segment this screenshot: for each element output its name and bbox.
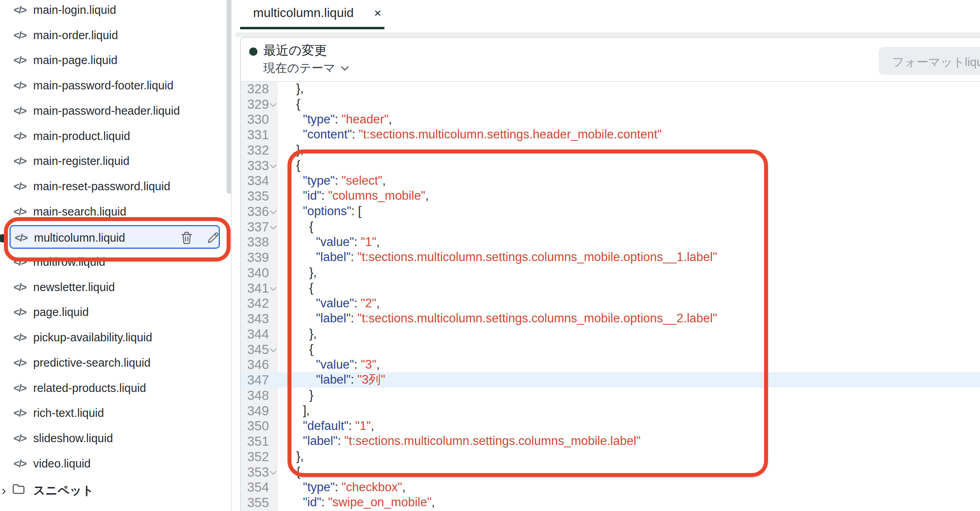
sidebar-item-newsletter[interactable]: </>newsletter.liquid bbox=[0, 274, 221, 300]
code-text[interactable]: "value": "1", bbox=[278, 235, 980, 250]
code-line[interactable]: 350"default": "1", bbox=[241, 418, 980, 434]
code-text[interactable]: } bbox=[278, 388, 980, 403]
line-number-cell: 339 bbox=[241, 250, 278, 265]
code-line[interactable]: 345{ bbox=[241, 342, 980, 357]
sidebar-item-rich-text[interactable]: </>rich-text.liquid bbox=[0, 400, 221, 426]
sidebar-item-label: pickup-availability.liquid bbox=[33, 331, 152, 344]
code-line[interactable]: 354"type": "checkbox", bbox=[241, 480, 980, 495]
code-text[interactable]: "options": [ bbox=[278, 204, 980, 219]
close-icon[interactable]: ✕ bbox=[371, 6, 385, 21]
code-line[interactable]: 351"label": "t:sections.multicolumn.sett… bbox=[241, 433, 980, 449]
sidebar-item-main-register[interactable]: </>main-register.liquid bbox=[0, 148, 221, 174]
json-punctuation: , bbox=[431, 495, 435, 509]
code-line[interactable]: 328}, bbox=[241, 81, 980, 97]
code-line[interactable]: 331"content": "t:sections.multicolumn.se… bbox=[241, 127, 980, 142]
code-text[interactable]: { bbox=[278, 158, 980, 173]
code-text[interactable]: { bbox=[278, 464, 980, 480]
code-text[interactable]: "value": "2", bbox=[278, 296, 980, 311]
trash-icon[interactable] bbox=[181, 231, 194, 245]
code-line[interactable]: 348} bbox=[241, 388, 980, 403]
code-line[interactable]: 338"value": "1", bbox=[241, 235, 980, 250]
code-text[interactable]: { bbox=[278, 280, 980, 296]
fold-chevron-icon[interactable] bbox=[269, 97, 278, 112]
sidebar-item-snippets[interactable]: › スニペット bbox=[0, 478, 221, 503]
code-line[interactable]: 333{ bbox=[241, 158, 980, 173]
current-theme-dropdown[interactable]: 現在のテーマ bbox=[263, 60, 349, 76]
sidebar-item-page[interactable]: </>page.liquid bbox=[0, 299, 221, 325]
code-text[interactable]: "label": "t:sections.multicolumn.setting… bbox=[278, 311, 980, 326]
code-text[interactable]: { bbox=[278, 97, 980, 112]
code-text[interactable]: }, bbox=[278, 326, 980, 342]
fold-chevron-icon[interactable] bbox=[269, 158, 278, 173]
code-text[interactable]: }, bbox=[278, 449, 980, 464]
code-text[interactable]: "label": "3列" bbox=[278, 372, 980, 388]
code-line[interactable]: 329{ bbox=[241, 97, 980, 112]
code-text[interactable]: }, bbox=[278, 142, 980, 158]
sidebar-item-main-password-header[interactable]: </>main-password-header.liquid bbox=[0, 98, 221, 123]
code-line[interactable]: 341{ bbox=[241, 280, 980, 296]
fold-chevron-icon[interactable] bbox=[269, 464, 278, 480]
sidebar-item-pickup-availability[interactable]: </>pickup-availability.liquid bbox=[0, 325, 221, 350]
sidebar-item-main-login[interactable]: </>main-login.liquid bbox=[0, 0, 221, 23]
code-line-active[interactable]: 347"label": "3列" bbox=[241, 372, 980, 388]
json-string: "3列" bbox=[358, 373, 385, 386]
code-line[interactable]: 346"value": "3", bbox=[241, 357, 980, 373]
json-string: "swipe_on_mobile" bbox=[328, 495, 431, 509]
sidebar-item-main-order[interactable]: </>main-order.liquid bbox=[0, 23, 221, 48]
json-punctuation: { bbox=[309, 281, 313, 295]
fold-spacer bbox=[269, 449, 278, 464]
code-text[interactable]: { bbox=[278, 219, 980, 235]
code-text[interactable]: "content": "t:sections.multicolumn.setti… bbox=[278, 127, 980, 142]
code-text[interactable]: "value": "3", bbox=[278, 357, 980, 373]
code-text[interactable]: }, bbox=[278, 81, 980, 97]
code-text[interactable]: ], bbox=[278, 403, 980, 418]
code-line[interactable]: 343"label": "t:sections.multicolumn.sett… bbox=[241, 311, 980, 326]
json-key: "label" bbox=[316, 311, 351, 325]
fold-chevron-icon[interactable] bbox=[269, 342, 278, 357]
code-line[interactable]: 336"options": [ bbox=[241, 204, 980, 219]
code-text[interactable]: "type": "header", bbox=[278, 112, 980, 127]
sidebar-item-video[interactable]: </>video.liquid bbox=[0, 451, 221, 476]
code-text[interactable]: { bbox=[278, 342, 980, 357]
code-line[interactable]: 353{ bbox=[241, 464, 980, 480]
code-line[interactable]: 342"value": "2", bbox=[241, 296, 980, 311]
code-line[interactable]: 339"label": "t:sections.multicolumn.sett… bbox=[241, 250, 980, 265]
format-liquid-button[interactable]: フォーマットliquid bbox=[879, 47, 980, 75]
code-text[interactable]: "label": "t:sections.multicolumn.setting… bbox=[278, 250, 980, 265]
code-line[interactable]: 332}, bbox=[241, 142, 980, 158]
fold-chevron-icon[interactable] bbox=[269, 219, 278, 235]
sidebar-item-slideshow[interactable]: </>slideshow.liquid bbox=[0, 426, 221, 451]
sidebar-item-main-product[interactable]: </>main-product.liquid bbox=[0, 123, 221, 149]
fold-spacer bbox=[269, 388, 278, 403]
code-text[interactable]: "id": "columns_mobile", bbox=[278, 188, 980, 204]
fold-chevron-icon[interactable] bbox=[269, 204, 278, 219]
code-line[interactable]: 352}, bbox=[241, 449, 980, 464]
code-line[interactable]: 334"type": "select", bbox=[241, 173, 980, 189]
code-line[interactable]: 349], bbox=[241, 403, 980, 418]
code-text[interactable]: "default": "1", bbox=[278, 418, 980, 434]
code-line[interactable]: 340}, bbox=[241, 265, 980, 280]
sidebar-item-main-page[interactable]: </>main-page.liquid bbox=[0, 47, 221, 73]
code-line[interactable]: 335"id": "columns_mobile", bbox=[241, 188, 980, 204]
code-line[interactable]: 344}, bbox=[241, 326, 980, 342]
sidebar-item-predictive-search[interactable]: </>predictive-search.liquid bbox=[0, 350, 221, 375]
code-text[interactable]: "type": "checkbox", bbox=[278, 480, 980, 495]
sidebar-item-related-products[interactable]: </>related-products.liquid bbox=[0, 375, 221, 401]
sidebar-item-main-reset-password[interactable]: </>main-reset-password.liquid bbox=[0, 174, 221, 199]
sidebar-item-multicolumn-selected[interactable]: </>multicolumn.liquid bbox=[9, 225, 220, 249]
code-line[interactable]: 355"id": "swipe_on_mobile", bbox=[241, 495, 980, 510]
code-text[interactable]: "id": "swipe_on_mobile", bbox=[278, 495, 980, 510]
sidebar-item-main-search[interactable]: </>main-search.liquid bbox=[0, 199, 221, 224]
pencil-icon[interactable] bbox=[207, 231, 220, 245]
code-text[interactable]: "label": "t:sections.multicolumn.setting… bbox=[278, 433, 980, 449]
sidebar-item-main-password-footer[interactable]: </>main-password-footer.liquid bbox=[0, 73, 221, 98]
code-line[interactable]: 330"type": "header", bbox=[241, 112, 980, 127]
code-text[interactable]: }, bbox=[278, 265, 980, 280]
fold-chevron-icon[interactable] bbox=[269, 280, 278, 296]
chevron-right-icon[interactable]: › bbox=[2, 483, 6, 498]
fold-spacer bbox=[269, 311, 278, 326]
code-line[interactable]: 337{ bbox=[241, 219, 980, 235]
fold-spacer bbox=[269, 357, 278, 373]
code-text[interactable]: "type": "select", bbox=[278, 173, 980, 189]
sidebar-item-multirow[interactable]: </>multirow.liquid bbox=[0, 249, 221, 274]
